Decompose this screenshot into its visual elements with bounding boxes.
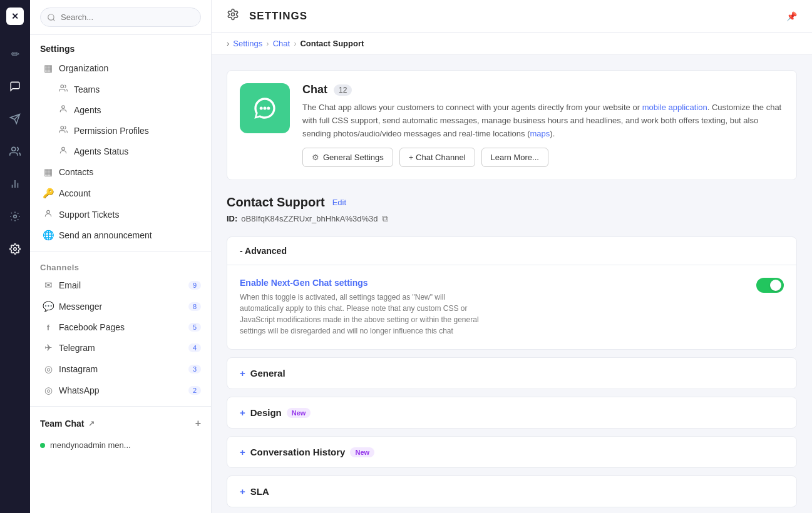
- next-gen-toggle[interactable]: [756, 278, 784, 293]
- sidebar-item-facebook[interactable]: f Facebook Pages 5: [30, 317, 211, 337]
- contacts-icon[interactable]: [5, 141, 25, 161]
- page-title: SETTINGS: [249, 10, 307, 23]
- conversation-history-header[interactable]: + Conversation History New: [227, 437, 796, 467]
- search-input[interactable]: [40, 8, 201, 27]
- maps-link[interactable]: maps: [530, 129, 550, 138]
- sidebar-item-teams[interactable]: Teams: [30, 79, 211, 99]
- facebook-label: Facebook Pages: [59, 322, 125, 332]
- chat-count-badge: 12: [334, 84, 352, 96]
- design-section-header[interactable]: + Design New: [227, 397, 796, 428]
- contacts-label: Contacts: [59, 167, 93, 177]
- sidebar-item-organization[interactable]: ▦ Organization: [30, 58, 211, 79]
- svg-point-0: [12, 147, 16, 151]
- sidebar-item-agents-status[interactable]: Agents Status: [30, 141, 211, 161]
- breadcrumb: › Settings › Chat › Contact Support: [212, 33, 812, 55]
- top-header: SETTINGS 📌: [212, 0, 812, 33]
- team-chat-header: Team Chat ↗ +: [30, 412, 211, 435]
- advanced-section-header[interactable]: - Advanced: [227, 237, 796, 265]
- teams-label: Teams: [74, 84, 100, 94]
- agents-status-icon: [58, 146, 69, 156]
- copy-icon[interactable]: ⧉: [382, 213, 388, 224]
- telegram-icon: ✈: [43, 342, 54, 353]
- edit-icon[interactable]: ✏: [5, 44, 25, 64]
- sidebar-item-permission-profiles[interactable]: Permission Profiles: [30, 120, 211, 141]
- team-chat-user-label: mendynoadmin men...: [50, 440, 131, 450]
- teams-icon: [58, 84, 69, 94]
- sidebar-search-container: [30, 0, 211, 35]
- integrations-icon[interactable]: [5, 206, 25, 226]
- sidebar-item-account[interactable]: 🔑 Account: [30, 183, 211, 204]
- breadcrumb-settings[interactable]: Settings: [233, 39, 262, 48]
- design-prefix: +: [240, 407, 245, 418]
- sidebar-item-whatsapp[interactable]: ◎ WhatsApp 2: [30, 380, 211, 401]
- settings-section-title: Settings: [30, 35, 211, 58]
- icon-bar: ✕ ✏: [0, 0, 30, 513]
- team-chat-user-item[interactable]: mendynoadmin men...: [30, 435, 211, 455]
- agents-icon: [58, 104, 69, 115]
- external-link-icon[interactable]: ↗: [88, 419, 95, 428]
- breadcrumb-sep-2: ›: [294, 39, 296, 48]
- organization-label: Organization: [59, 63, 108, 73]
- sidebar-item-contacts[interactable]: ▦ Contacts: [30, 161, 211, 183]
- conversation-history-new-badge: New: [350, 447, 374, 457]
- sidebar: Settings ▦ Organization Teams Agents Per…: [30, 0, 212, 513]
- chat-channel-button[interactable]: + Chat Channel: [399, 148, 475, 167]
- telegram-count: 4: [188, 343, 201, 352]
- megaphone-icon[interactable]: [5, 109, 25, 129]
- telegram-label: Telegram: [59, 343, 95, 353]
- sidebar-item-email[interactable]: ✉ Email 9: [30, 275, 211, 296]
- design-section-card: + Design New: [227, 397, 797, 429]
- edit-link[interactable]: Edit: [332, 198, 346, 207]
- sidebar-item-telegram[interactable]: ✈ Telegram 4: [30, 337, 211, 358]
- account-icon: 🔑: [43, 188, 54, 199]
- next-gen-toggle-row: Enable Next-Gen Chat settings When this …: [240, 278, 784, 337]
- sla-label: SLA: [250, 486, 269, 497]
- agents-status-label: Agents Status: [74, 146, 128, 156]
- toggle-description: When this toggle is activated, all setti…: [240, 292, 490, 337]
- conversation-history-label: Conversation History: [250, 447, 346, 457]
- contacts-sidebar-icon: ▦: [43, 166, 54, 178]
- id-value: oB8IfqK84sZZRUxr_bhHhkA%3d%3d: [241, 214, 378, 223]
- settings-header-icon: [227, 8, 239, 24]
- account-label: Account: [59, 188, 91, 198]
- learn-more-button[interactable]: Learn More...: [481, 148, 548, 167]
- svg-point-9: [62, 147, 65, 150]
- chat-app-title-row: Chat 12: [302, 83, 784, 96]
- support-tickets-label: Support Tickets: [59, 210, 120, 220]
- learn-more-label: Learn More...: [491, 153, 539, 162]
- general-prefix: +: [240, 368, 245, 378]
- svg-point-10: [47, 210, 50, 213]
- facebook-count: 5: [188, 323, 201, 332]
- breadcrumb-current: Contact Support: [300, 39, 364, 48]
- sidebar-item-support-tickets[interactable]: Support Tickets: [30, 204, 211, 225]
- chat-app-info: Chat 12 The Chat app allows your custome…: [302, 83, 784, 167]
- breadcrumb-chat[interactable]: Chat: [273, 39, 290, 48]
- general-settings-button[interactable]: ⚙ General Settings: [302, 148, 393, 167]
- sidebar-item-agents[interactable]: Agents: [30, 99, 211, 120]
- main-content: SETTINGS 📌 › Settings › Chat › Contact S…: [212, 0, 812, 513]
- sla-section-header[interactable]: + SLA: [227, 476, 796, 507]
- svg-point-13: [264, 107, 267, 110]
- messenger-count: 8: [188, 302, 201, 311]
- general-section-header[interactable]: + General: [227, 358, 796, 389]
- settings-nav-icon[interactable]: [5, 239, 25, 259]
- svg-point-4: [14, 215, 17, 218]
- app-logo[interactable]: ✕: [6, 8, 24, 25]
- general-label: General: [250, 368, 285, 378]
- conversation-history-section-card: + Conversation History New: [227, 436, 797, 468]
- svg-point-8: [61, 126, 64, 130]
- sidebar-item-instagram[interactable]: ◎ Instagram 3: [30, 358, 211, 380]
- instagram-label: Instagram: [59, 364, 98, 374]
- chat-icon[interactable]: [5, 76, 25, 96]
- mobile-app-link[interactable]: mobile application: [642, 103, 707, 112]
- sidebar-item-messenger[interactable]: 💬 Messenger 8: [30, 296, 211, 317]
- support-tickets-icon: [43, 209, 54, 220]
- contact-support-header: Contact Support Edit: [227, 195, 797, 210]
- design-label: Design: [250, 407, 282, 418]
- messenger-icon: 💬: [43, 301, 54, 312]
- advanced-section: - Advanced Enable Next-Gen Chat settings…: [227, 236, 797, 350]
- pin-icon[interactable]: 📌: [786, 11, 797, 21]
- add-team-chat-icon[interactable]: +: [195, 418, 201, 429]
- reports-icon[interactable]: [5, 174, 25, 194]
- sidebar-item-announcement[interactable]: 🌐 Send an announcement: [30, 225, 211, 246]
